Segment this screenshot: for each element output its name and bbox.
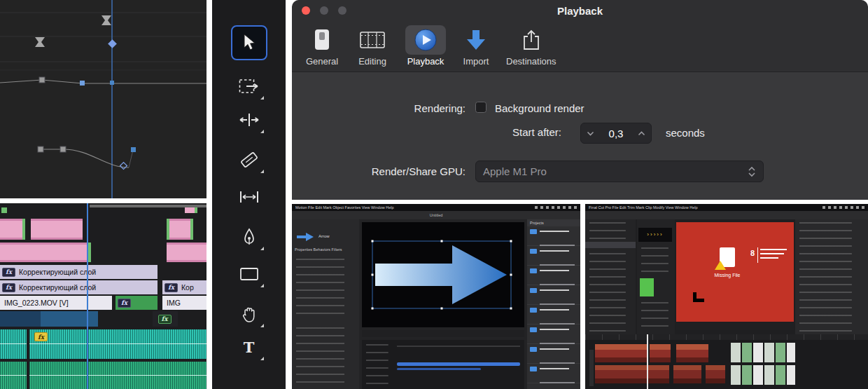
select-tool[interactable] [231,25,267,60]
start-after-stepper[interactable]: 0,3 [580,123,652,144]
adjustment-layer-clip[interactable]: fx Кор [162,280,206,294]
keyframe-handle[interactable] [60,146,66,152]
menubar-items[interactable]: Motion File Edit Mark Object Favorites V… [295,204,394,211]
timeline-playhead[interactable] [647,334,648,389]
trim-tool[interactable] [231,104,267,136]
import-icon [457,25,495,55]
diamond-keyframe-outline[interactable] [120,163,127,170]
gpu-label: Render/Share GPU: [292,165,465,177]
keyframe-graph[interactable] [0,0,206,198]
fcp-transport-bar[interactable] [676,323,794,330]
browser-item[interactable] [527,266,580,285]
fcp-sidebar[interactable] [585,219,636,334]
chevron-up-icon[interactable] [638,131,645,136]
text-tool[interactable]: T [231,331,267,363]
general-icon [304,25,340,55]
green-thumbnail[interactable] [640,278,654,296]
motion-menubar[interactable]: Motion File Edit Mark Object Favorites V… [292,204,580,211]
audio-clip-teal[interactable] [0,329,27,359]
pink-clip[interactable] [31,219,83,240]
browser-item[interactable] [527,246,580,266]
browser-item[interactable] [527,226,580,246]
pink-clip[interactable] [167,243,206,262]
timeline-track-line [397,346,520,347]
keyframe-handle[interactable] [131,147,136,152]
audio-clip-teal[interactable]: fx [29,329,206,359]
tab-destinations[interactable]: Destinations [503,24,559,68]
keyframe-handle-selected[interactable] [80,81,85,86]
pen-tool[interactable] [231,221,267,253]
document-icon [720,247,735,267]
blue-arrow-graphic[interactable] [370,233,517,317]
hourglass-keyframe-icon[interactable] [35,37,45,47]
fx-badge: fx [118,299,131,308]
select-behind-tool[interactable] [231,70,267,102]
range-tool[interactable] [231,181,267,213]
timeline-clip-bar[interactable] [397,368,481,370]
arrow-thumbnail-icon[interactable] [296,232,314,242]
marker-chip[interactable] [1,207,7,213]
motion-transport-bar[interactable] [362,330,524,337]
filmstrip-thumbnails[interactable] [731,343,795,362]
pink-clip[interactable] [167,219,193,240]
tab-general[interactable]: General [302,24,342,68]
selected-clip-region[interactable] [0,311,98,327]
timeline-clip[interactable] [706,365,725,383]
timeline-clip[interactable] [650,344,671,362]
tab-label: Destinations [506,56,556,67]
adjustment-layer-clip[interactable]: fx Корректирующий слой [0,265,158,279]
timeline-clip[interactable] [673,365,701,383]
keyframe-handle[interactable] [38,146,43,152]
clip-chip[interactable]: fx [153,311,178,327]
pink-clip[interactable] [0,219,25,240]
browser-item[interactable] [527,325,580,344]
browser-item[interactable] [527,305,580,325]
audio-clip-green[interactable] [29,362,206,389]
pink-clip[interactable] [0,243,91,262]
clip-label: Корректирующий слой [19,283,96,292]
viewer-badge: 8 [750,249,755,257]
razor-tool[interactable] [231,144,267,176]
motion-timeline[interactable] [362,340,524,389]
fcp-viewer-missing-file[interactable]: Missing File 8 [676,222,794,322]
background-render-checkbox[interactable] [475,102,486,113]
filmstrip-thumbnails[interactable] [731,365,795,385]
timeline-clip-bar[interactable] [397,362,520,366]
keyframe-handle[interactable] [39,77,45,83]
chevron-down-icon[interactable] [587,131,594,136]
library-item-label[interactable]: Arrow [318,234,330,238]
timeline-clip[interactable] [676,344,708,362]
diamond-keyframe-icon[interactable] [108,39,117,48]
tab-import[interactable]: Import [454,24,498,68]
hourglass-keyframe-icon[interactable] [102,15,111,25]
green-clip[interactable]: fx [115,296,158,310]
timeline-ruler[interactable] [585,334,868,340]
adjustment-layer-clip[interactable]: fx Корректирующий слой [0,280,158,294]
chevrons-thumbnail[interactable]: ››››› [638,228,672,242]
tab-playback[interactable]: Playback [402,24,449,68]
keyframe-handle[interactable] [110,81,114,85]
caption-line-placeholder [760,249,787,250]
timeline-clip[interactable] [595,365,669,383]
playhead[interactable] [87,203,88,389]
browser-item[interactable] [527,364,580,383]
browser-header[interactable]: Projects [527,219,580,226]
timeline-clip[interactable] [595,344,647,362]
gpu-dropdown[interactable]: Apple M1 Pro [475,161,764,182]
video-clip[interactable]: IMG_0223.MOV [V] [0,296,112,310]
fcp-menubar[interactable]: Final Cut Pro File Edit Trim Mark Clip M… [585,204,868,211]
tab-editing[interactable]: Editing [348,24,397,68]
browser-item[interactable] [527,344,580,364]
hand-tool[interactable] [231,298,267,330]
flyout-triangle-icon [260,247,264,250]
video-clip[interactable]: IMG [162,296,206,310]
motion-canvas[interactable] [362,222,524,327]
inspector-tabs[interactable]: Properties Behaviors Filters [295,247,342,252]
sidebar-selected-item[interactable] [585,242,636,248]
marker-chip[interactable] [185,207,197,213]
menubar-items[interactable]: Final Cut Pro File Edit Trim Mark Clip M… [589,204,697,211]
audio-clip-green[interactable] [0,362,27,389]
fcp-inspector[interactable] [795,219,868,334]
browser-item[interactable] [527,285,580,305]
rectangle-tool[interactable] [231,258,267,290]
